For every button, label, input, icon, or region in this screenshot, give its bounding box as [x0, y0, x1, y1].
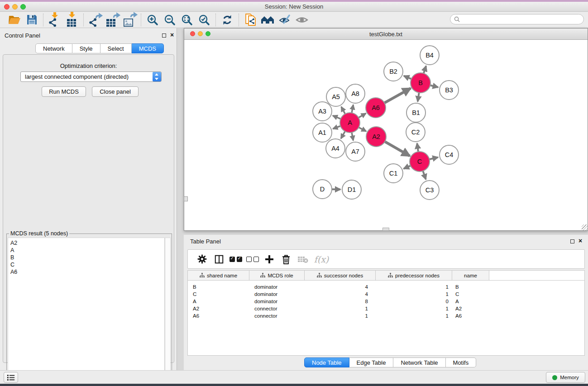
- network-canvas[interactable]: B4B2BB3A8A5A6A3B1AA1C2A2A4A7C4CC1C3DD1: [184, 40, 588, 230]
- show-hide-annotations-icon[interactable]: [293, 13, 311, 27]
- zoom-in-icon[interactable]: [144, 13, 161, 27]
- main-titlebar: Session: New Session: [0, 2, 588, 12]
- mcds-panel: Optimization criterion: largest connecte…: [3, 54, 174, 363]
- column-header-name[interactable]: name: [452, 271, 489, 280]
- list-item[interactable]: C: [10, 261, 164, 268]
- graph-node-label: C: [417, 158, 422, 165]
- list-item[interactable]: A: [10, 247, 164, 254]
- optimization-criterion-value: largest connected component (directed): [21, 73, 153, 80]
- window-title: Session: New Session: [0, 3, 588, 10]
- zoom-fit-icon[interactable]: [178, 13, 196, 27]
- graph-edge[interactable]: [383, 88, 411, 104]
- search-field[interactable]: [450, 14, 584, 24]
- attribute-icon: [260, 273, 265, 278]
- delete-table-icon[interactable]: [294, 252, 311, 267]
- import-table-icon[interactable]: [63, 13, 81, 27]
- list-item[interactable]: A2: [10, 239, 164, 247]
- graph-node-label: C2: [411, 129, 420, 136]
- tab-select[interactable]: Select: [100, 43, 132, 53]
- float-panel-icon[interactable]: [162, 33, 166, 38]
- table-row[interactable]: A2 connector 1 1 A2: [188, 305, 584, 312]
- table-row[interactable]: A dominator 8 0 A: [188, 298, 584, 305]
- column-header-mcds-role[interactable]: MCDS role: [249, 271, 305, 280]
- tab-mcds[interactable]: MCDS: [132, 43, 164, 53]
- search-icon: [454, 16, 460, 22]
- attribute-icon: [200, 273, 205, 278]
- graph-edge[interactable]: [384, 141, 410, 156]
- table-header-row: shared name MCDS role successor nodes pr…: [188, 271, 584, 281]
- table-panel: Table Panel × f(x): [184, 235, 588, 370]
- graph-node-label: A3: [318, 108, 326, 115]
- desktop-background-bottom: [0, 384, 588, 386]
- zoom-selected-icon[interactable]: [196, 13, 213, 27]
- graph-node-label: B1: [412, 109, 420, 116]
- graph-node-label: C1: [389, 170, 398, 177]
- result-list-scrollbar[interactable]: [165, 238, 171, 386]
- table-row[interactable]: C dominator 4 1 C: [188, 291, 584, 298]
- function-builder-icon[interactable]: f(x): [311, 252, 332, 267]
- optimization-criterion-select[interactable]: largest connected component (directed): [20, 71, 162, 82]
- tab-node-table[interactable]: Node Table: [304, 357, 349, 367]
- status-bar: Memory: [0, 370, 588, 384]
- graph-node-label: D1: [348, 186, 356, 193]
- tab-edge-table[interactable]: Edge Table: [349, 357, 394, 367]
- export-table-icon[interactable]: [104, 13, 121, 27]
- float-panel-icon[interactable]: [570, 239, 574, 243]
- table-row[interactable]: B dominator 4 1 B: [188, 283, 584, 291]
- unselect-all-columns-icon[interactable]: [244, 252, 261, 267]
- list-item[interactable]: B: [10, 254, 164, 261]
- graph-node-label: C3: [425, 186, 434, 194]
- vertical-scrollbar-thumb[interactable]: [184, 196, 188, 201]
- memory-button[interactable]: Memory: [546, 372, 585, 383]
- export-image-icon[interactable]: [121, 13, 138, 27]
- toolbar-separator: [239, 14, 239, 26]
- control-panel-tabs: Network Style Select MCDS: [35, 43, 164, 53]
- attribute-icon: [317, 273, 322, 278]
- select-all-columns-icon[interactable]: [227, 252, 244, 267]
- mcds-result-title: MCDS result (5 nodes): [9, 230, 69, 237]
- tab-motifs[interactable]: Motifs: [446, 357, 477, 367]
- tab-network-table[interactable]: Network Table: [393, 357, 445, 367]
- first-neighbors-icon[interactable]: [259, 13, 276, 27]
- run-mcds-button[interactable]: Run MCDS: [42, 86, 86, 97]
- show-hide-graphics-details-icon[interactable]: [276, 13, 293, 27]
- zoom-out-icon[interactable]: [161, 13, 178, 27]
- import-network-icon[interactable]: [46, 13, 63, 27]
- graph-node-label: A5: [332, 93, 340, 100]
- column-header-shared-name[interactable]: shared name: [188, 271, 249, 280]
- search-input[interactable]: [462, 16, 580, 23]
- mcds-result-list[interactable]: A2 A B C A6: [8, 238, 165, 386]
- control-panel-title: Control Panel: [5, 32, 40, 39]
- resize-grip[interactable]: [582, 224, 588, 230]
- tab-style[interactable]: Style: [72, 43, 100, 53]
- close-panel-icon[interactable]: ×: [170, 31, 174, 38]
- show-column-panel-icon[interactable]: [210, 252, 227, 267]
- horizontal-scrollbar-thumb[interactable]: [382, 228, 389, 231]
- export-network-icon[interactable]: [86, 13, 104, 27]
- refresh-icon[interactable]: [219, 13, 236, 27]
- new-network-from-selection-icon[interactable]: [242, 13, 259, 27]
- network-title: testGlobe.txt: [184, 31, 588, 38]
- list-item[interactable]: A6: [10, 268, 164, 276]
- column-header-predecessor-nodes[interactable]: predecessor nodes: [376, 271, 452, 280]
- column-header-successor-nodes[interactable]: successor nodes: [305, 271, 376, 280]
- open-file-icon[interactable]: [6, 13, 23, 27]
- graph-node-label: A6: [372, 104, 380, 111]
- node-table[interactable]: shared name MCDS role successor nodes pr…: [187, 270, 585, 356]
- optimization-criterion-label: Optimization criterion:: [3, 62, 174, 69]
- delete-columns-icon[interactable]: [277, 252, 294, 267]
- task-history-button[interactable]: [4, 372, 18, 383]
- graph-node-label: B3: [445, 86, 453, 94]
- select-stepper-icon[interactable]: [153, 72, 161, 81]
- graph-node-label: A4: [331, 145, 339, 152]
- toolbar-separator: [83, 14, 84, 26]
- close-panel-icon[interactable]: ×: [578, 237, 582, 244]
- save-session-icon[interactable]: [23, 13, 40, 27]
- network-graph[interactable]: B4B2BB3A8A5A6A3B1AA1C2A2A4A7C4CC1C3DD1: [184, 40, 588, 230]
- close-panel-button[interactable]: Close panel: [92, 86, 139, 97]
- table-row[interactable]: A6 connector 1 1 A6: [188, 312, 584, 319]
- add-column-icon[interactable]: [261, 252, 277, 267]
- tab-network[interactable]: Network: [35, 43, 72, 53]
- network-window-titlebar[interactable]: testGlobe.txt: [184, 29, 588, 40]
- gear-icon[interactable]: [194, 252, 210, 267]
